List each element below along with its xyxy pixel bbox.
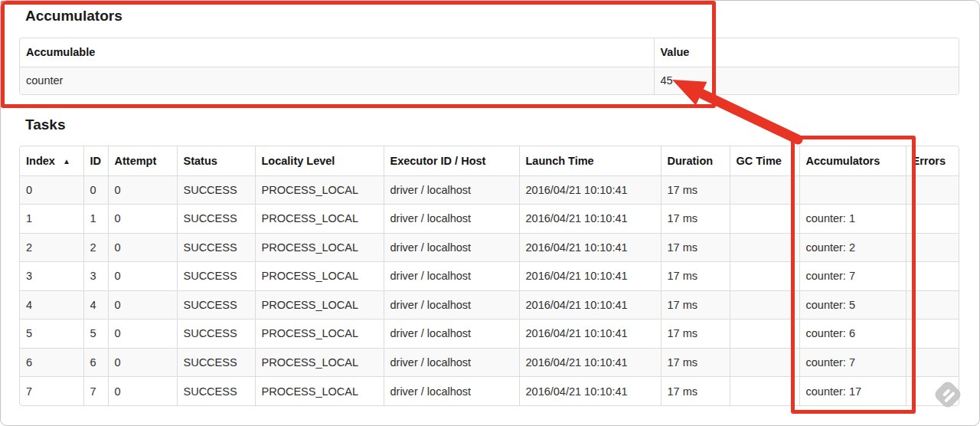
duration-cell: 17 ms <box>661 262 730 291</box>
index-cell: 0 <box>20 175 83 205</box>
accumulators-table: Accumulable Value counter 45 <box>19 38 959 95</box>
locality-cell: PROCESS_LOCAL <box>255 175 384 205</box>
gc-time-cell <box>730 233 799 262</box>
gc-time-cell <box>730 205 799 234</box>
table-row: 1 1 0 SUCCESS PROCESS_LOCAL driver / loc… <box>20 205 959 234</box>
executor-cell: driver / localhost <box>384 175 519 205</box>
column-header-status[interactable]: Status <box>177 146 255 175</box>
column-header-attempt[interactable]: Attempt <box>108 146 177 175</box>
attempt-cell: 0 <box>108 290 177 320</box>
table-row: 2 2 0 SUCCESS PROCESS_LOCAL driver / loc… <box>20 233 959 262</box>
locality-cell: PROCESS_LOCAL <box>255 205 384 234</box>
duration-cell: 17 ms <box>661 233 730 262</box>
locality-cell: PROCESS_LOCAL <box>255 290 384 320</box>
locality-cell: PROCESS_LOCAL <box>255 262 384 291</box>
executor-cell: driver / localhost <box>384 377 519 406</box>
launch-time-cell: 2016/04/21 10:10:41 <box>519 233 661 262</box>
accumulators-cell: counter: 7 <box>799 348 906 377</box>
errors-cell <box>906 262 959 291</box>
attempt-cell: 0 <box>108 320 177 349</box>
duration-cell: 17 ms <box>661 175 730 205</box>
id-cell: 1 <box>83 205 108 234</box>
table-row: counter 45 <box>20 67 959 94</box>
executor-cell: driver / localhost <box>384 205 519 234</box>
id-cell: 0 <box>83 175 108 205</box>
locality-cell: PROCESS_LOCAL <box>255 377 384 406</box>
index-cell: 3 <box>20 262 83 291</box>
gc-time-cell <box>730 320 799 349</box>
tasks-section-heading: Tasks <box>25 116 65 134</box>
index-cell: 7 <box>20 377 83 406</box>
accumulable-value-cell: 45 <box>654 67 959 94</box>
locality-cell: PROCESS_LOCAL <box>255 320 384 349</box>
status-cell: SUCCESS <box>177 205 255 234</box>
launch-time-cell: 2016/04/21 10:10:41 <box>519 205 661 234</box>
executor-cell: driver / localhost <box>384 320 519 349</box>
accumulators-cell: counter: 1 <box>799 205 906 234</box>
attempt-cell: 0 <box>108 377 177 406</box>
column-header-errors[interactable]: Errors <box>906 146 959 175</box>
column-header-launch-time[interactable]: Launch Time <box>519 146 661 175</box>
duration-cell: 17 ms <box>661 348 730 377</box>
column-header-accumulators[interactable]: Accumulators <box>799 146 906 175</box>
index-cell: 2 <box>20 233 83 262</box>
duration-cell: 17 ms <box>661 377 730 406</box>
errors-cell <box>906 348 959 377</box>
launch-time-cell: 2016/04/21 10:10:41 <box>519 377 661 406</box>
column-header-duration[interactable]: Duration <box>661 146 730 175</box>
launch-time-cell: 2016/04/21 10:10:41 <box>519 175 661 205</box>
column-header-accumulable[interactable]: Accumulable <box>20 38 654 67</box>
attempt-cell: 0 <box>108 262 177 291</box>
gc-time-cell <box>730 290 799 320</box>
column-header-gc-time[interactable]: GC Time <box>730 146 799 175</box>
attempt-cell: 0 <box>108 233 177 262</box>
column-header-locality-level[interactable]: Locality Level <box>255 146 384 175</box>
status-cell: SUCCESS <box>177 175 255 205</box>
index-cell: 5 <box>20 320 83 349</box>
id-cell: 2 <box>83 233 108 262</box>
column-header-id[interactable]: ID <box>83 146 108 175</box>
attempt-cell: 0 <box>108 175 177 205</box>
status-cell: SUCCESS <box>177 262 255 291</box>
errors-cell <box>906 175 959 205</box>
duration-cell: 17 ms <box>661 205 730 234</box>
launch-time-cell: 2016/04/21 10:10:41 <box>519 262 661 291</box>
errors-cell <box>906 233 959 262</box>
gc-time-cell <box>730 377 799 406</box>
table-row: 3 3 0 SUCCESS PROCESS_LOCAL driver / loc… <box>20 262 959 291</box>
id-cell: 5 <box>83 320 108 349</box>
attempt-cell: 0 <box>108 205 177 234</box>
column-header-index[interactable]: Index▲ <box>20 146 83 175</box>
gc-time-cell <box>730 262 799 291</box>
column-header-index-label: Index <box>26 155 55 167</box>
column-header-executor-id-host[interactable]: Executor ID / Host <box>384 146 519 175</box>
table-row: 6 6 0 SUCCESS PROCESS_LOCAL driver / loc… <box>20 348 959 377</box>
accumulators-section-heading: Accumulators <box>25 7 122 25</box>
accumulators-cell: counter: 2 <box>799 233 906 262</box>
accumulators-cell: counter: 7 <box>799 262 906 291</box>
status-cell: SUCCESS <box>177 377 255 406</box>
spark-stage-page: Accumulators Accumulable Value counter 4… <box>0 0 980 426</box>
tasks-table: Index▲ ID Attempt Status Locality Level … <box>19 146 959 406</box>
id-cell: 7 <box>83 377 108 406</box>
column-header-value[interactable]: Value <box>654 38 959 67</box>
executor-cell: driver / localhost <box>384 262 519 291</box>
locality-cell: PROCESS_LOCAL <box>255 348 384 377</box>
status-cell: SUCCESS <box>177 348 255 377</box>
status-cell: SUCCESS <box>177 320 255 349</box>
accumulators-cell: counter: 6 <box>799 320 906 349</box>
executor-cell: driver / localhost <box>384 233 519 262</box>
locality-cell: PROCESS_LOCAL <box>255 233 384 262</box>
status-cell: SUCCESS <box>177 233 255 262</box>
id-cell: 6 <box>83 348 108 377</box>
duration-cell: 17 ms <box>661 290 730 320</box>
launch-time-cell: 2016/04/21 10:10:41 <box>519 290 661 320</box>
executor-cell: driver / localhost <box>384 290 519 320</box>
table-row: 0 0 0 SUCCESS PROCESS_LOCAL driver / loc… <box>20 175 959 205</box>
table-row: 5 5 0 SUCCESS PROCESS_LOCAL driver / loc… <box>20 320 959 349</box>
gc-time-cell <box>730 175 799 205</box>
table-row: 4 4 0 SUCCESS PROCESS_LOCAL driver / loc… <box>20 290 959 320</box>
errors-cell <box>906 290 959 320</box>
duration-cell: 17 ms <box>661 320 730 349</box>
executor-cell: driver / localhost <box>384 348 519 377</box>
